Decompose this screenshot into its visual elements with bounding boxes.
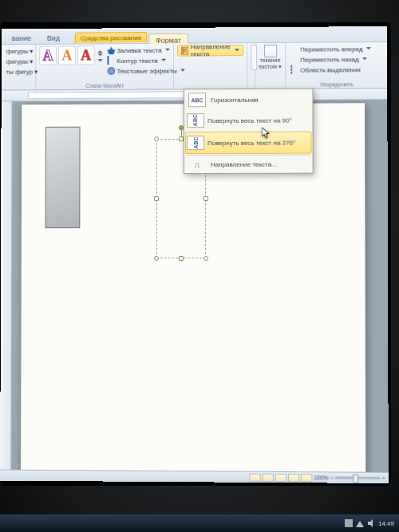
ruler-vertical[interactable] xyxy=(0,101,12,469)
zoom-out-button[interactable]: − xyxy=(330,475,333,480)
zoom-in-button[interactable]: + xyxy=(382,475,385,481)
gallery-down-icon[interactable] xyxy=(98,53,103,58)
menu-item-rotate-270[interactable]: ABC Повернуть весь текст на 270° xyxy=(185,132,312,155)
status-bar: 100% − + xyxy=(0,470,389,483)
resize-handle-e[interactable] xyxy=(203,196,208,201)
rotate-270-icon: ABC xyxy=(187,136,204,150)
wordart-preset-3[interactable]: A xyxy=(77,45,95,65)
tray-volume-icon[interactable] xyxy=(367,519,375,527)
shape-rectangle-filled[interactable] xyxy=(45,127,81,228)
group-shape-styles-partial: фигуры ▾ фигуры ▾ ты фигур ▾ xyxy=(2,45,37,90)
view-reading-button[interactable] xyxy=(263,473,274,481)
tab-view[interactable]: Вид xyxy=(40,31,67,44)
text-direction-menu: ABC Горизонтальная ABC Повернуть весь те… xyxy=(184,89,314,175)
shape-fill-button[interactable]: фигуры ▾ xyxy=(5,46,33,56)
group-wordart-styles: A A A Заливка текста xyxy=(36,44,174,90)
view-outline-button[interactable] xyxy=(288,474,299,482)
shape-effects-button[interactable]: ты фигур ▾ xyxy=(5,67,33,77)
send-backward-button[interactable]: Переместить назад xyxy=(289,54,384,65)
selection-pane-icon xyxy=(290,65,292,74)
wordart-gallery[interactable]: A A A xyxy=(39,45,102,65)
gallery-more-icon[interactable] xyxy=(98,59,103,64)
group-text: Направление текста xyxy=(174,43,247,89)
ribbon: фигуры ▾ фигуры ▾ ты фигур ▾ A A A xyxy=(2,42,388,91)
svg-rect-0 xyxy=(345,519,353,527)
wordart-preset-2[interactable]: A xyxy=(58,46,76,65)
zoom-slider[interactable] xyxy=(335,476,381,479)
text-fill-icon xyxy=(107,46,115,54)
tray-flag-icon[interactable] xyxy=(345,519,353,527)
text-direction-button[interactable]: Направление текста xyxy=(177,45,243,56)
resize-handle-s[interactable] xyxy=(179,256,184,261)
tab-context-drawing-tools: Средства рисования xyxy=(75,32,147,43)
wrap-text-icon xyxy=(264,45,277,57)
group-label-wordart: Стили WordArt xyxy=(39,82,170,89)
tray-clock[interactable]: 14:49 xyxy=(378,520,394,527)
system-tray[interactable]: 14:49 xyxy=(345,519,394,527)
text-effects-icon xyxy=(107,67,115,75)
text-outline-icon xyxy=(107,56,109,65)
resize-handle-nw[interactable] xyxy=(154,136,159,141)
menu-item-rotate-90[interactable]: ABC Повернуть весь текст на 90° xyxy=(185,109,312,132)
view-web-button[interactable] xyxy=(275,473,286,481)
tab-review[interactable]: вание xyxy=(5,31,38,44)
wordart-preset-1[interactable]: A xyxy=(39,46,57,65)
menu-item-more-options[interactable]: ⎍ Направление текста... xyxy=(185,156,312,172)
gallery-up-icon[interactable] xyxy=(98,48,103,53)
selection-pane-button[interactable]: Область выделения xyxy=(289,65,384,75)
group-arrange: Переместить вперед Переместить назад Обл… xyxy=(286,42,387,89)
resize-handle-sw[interactable] xyxy=(154,256,159,261)
rotation-connector xyxy=(181,130,182,136)
tray-network-icon[interactable] xyxy=(356,519,364,527)
resize-handle-se[interactable] xyxy=(203,256,208,261)
bring-forward-button[interactable]: Переместить вперед xyxy=(289,44,384,54)
shape-outline-button[interactable]: фигуры ▾ xyxy=(5,57,33,66)
text-direction-icon xyxy=(181,47,188,55)
zoom-level[interactable]: 100% xyxy=(314,475,328,480)
group-spacer-1 xyxy=(247,43,255,89)
mouse-cursor xyxy=(262,128,270,139)
horizontal-icon: ABC xyxy=(188,93,206,107)
resize-handle-w[interactable] xyxy=(154,196,159,201)
windows-taskbar: 14:49 xyxy=(0,514,399,532)
app-window: вание Вид Средства рисования Формат фигу… xyxy=(0,26,389,483)
rotate-90-icon: ABC xyxy=(187,113,204,128)
view-draft-button[interactable] xyxy=(301,474,312,482)
more-options-icon: ⎍ xyxy=(188,159,206,170)
view-print-layout-button[interactable] xyxy=(249,473,260,481)
group-wrap-text: текание екстом ▾ xyxy=(255,43,286,89)
group-label-arrange: Упорядочить xyxy=(289,81,384,88)
menu-item-horizontal[interactable]: ABC Горизонтальная xyxy=(185,90,311,110)
